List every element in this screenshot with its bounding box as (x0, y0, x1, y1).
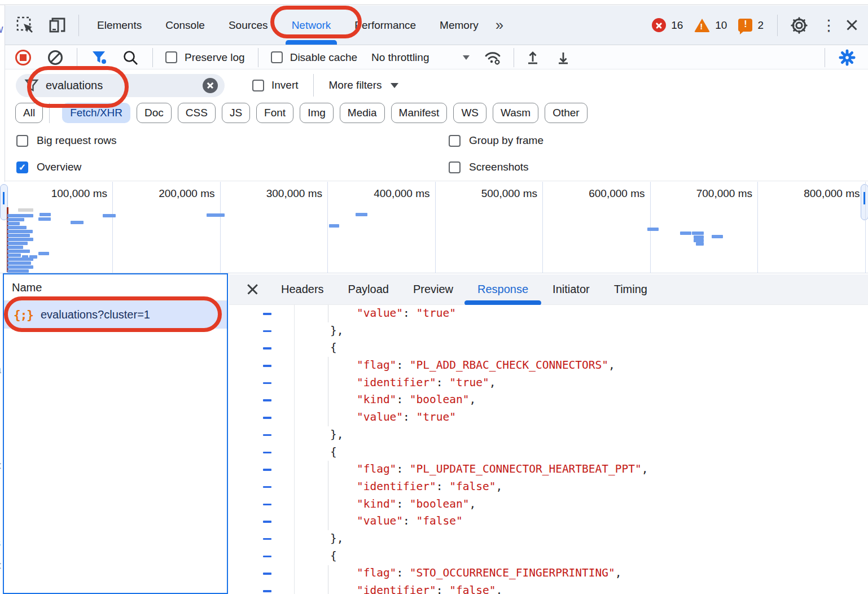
chip-doc[interactable]: Doc (137, 103, 172, 123)
timeline-gridline (112, 182, 113, 273)
chip-js[interactable]: JS (222, 103, 250, 123)
code-text: "flag": "PL_UPDATE_CONNECTOR_HEARTBEAT_P… (295, 461, 648, 478)
network-options: Big request rows Group by frame Overview… (5, 125, 868, 181)
code-text: { (295, 548, 337, 565)
preserve-log-checkbox[interactable] (165, 51, 177, 63)
more-tabs-icon[interactable]: ›› (496, 16, 502, 34)
response-code-line: { (229, 444, 868, 461)
chip-all[interactable]: All (15, 103, 43, 123)
clear-filter-icon[interactable] (203, 78, 218, 93)
detail-tab-response[interactable]: Response (477, 274, 528, 304)
inspect-element-icon[interactable] (16, 16, 35, 35)
network-settings-gear-icon[interactable] (838, 48, 857, 67)
network-toolbar: Preserve log Disable cache No throttling (5, 46, 868, 69)
code-text: "value": "true" (295, 409, 456, 426)
chip-media[interactable]: Media (340, 103, 385, 123)
wrapped-line-marker (263, 538, 271, 540)
record-network-log-icon[interactable] (15, 50, 31, 65)
more-filters-caret-icon[interactable] (391, 83, 398, 88)
export-har-icon[interactable] (555, 49, 572, 66)
tab-console[interactable]: Console (165, 6, 205, 45)
detail-tab-preview[interactable]: Preview (413, 274, 453, 304)
network-conditions-icon[interactable] (482, 49, 503, 67)
request-row-evaluations[interactable]: {;} evaluations?cluster=1 (4, 301, 227, 329)
timeline-request-bar (329, 224, 339, 228)
timeline-request-bar (71, 221, 84, 224)
network-overview-timeline[interactable]: 100,000 ms200,000 ms300,000 ms400,000 ms… (0, 182, 868, 273)
timeline-request-bar (7, 230, 33, 233)
disable-cache-checkbox[interactable] (271, 51, 283, 63)
response-code-line: "flag": "PL_UPDATE_CONNECTOR_HEARTBEAT_P… (229, 461, 868, 478)
chip-ws[interactable]: WS (453, 103, 486, 123)
kebab-menu-icon[interactable]: ⋮ (821, 16, 836, 34)
throttling-select[interactable]: No throttling (371, 51, 429, 64)
chip-fetch-xhr[interactable]: Fetch/XHR (62, 103, 130, 123)
chip-other[interactable]: Other (545, 103, 588, 123)
filter-funnel-icon[interactable] (90, 49, 108, 66)
wrapped-line-marker (263, 590, 271, 592)
overview-right-handle[interactable] (861, 184, 868, 220)
timeline-request-bar (7, 242, 28, 245)
wrapped-line-marker (263, 365, 271, 367)
response-code-line: "identifier": "false", (229, 582, 868, 594)
warning-badge-icon[interactable] (694, 19, 710, 32)
detail-tab-initiator[interactable]: Initiator (553, 274, 590, 304)
import-har-icon[interactable] (524, 49, 541, 66)
response-content[interactable]: "value": "true" }, { "flag": "PL_ADD_RBA… (229, 305, 868, 594)
tab-network[interactable]: Network (292, 6, 331, 45)
wrapped-line-marker (263, 573, 271, 575)
search-icon[interactable] (122, 49, 139, 66)
error-badge-icon[interactable] (652, 18, 666, 32)
close-devtools-icon[interactable] (844, 18, 860, 33)
more-filters-button[interactable]: More filters (329, 79, 382, 91)
group-by-frame-checkbox[interactable] (449, 135, 461, 147)
detail-tab-headers[interactable]: Headers (281, 274, 324, 304)
settings-gear-icon[interactable] (789, 15, 809, 36)
response-code-line: { (229, 548, 868, 565)
filter-input-value[interactable]: evaluations (46, 79, 203, 92)
wrapped-line-marker (263, 330, 271, 333)
screenshots-checkbox[interactable] (449, 161, 461, 173)
detail-tab-payload[interactable]: Payload (348, 274, 389, 304)
big-request-rows-checkbox[interactable] (16, 135, 28, 147)
indent-guide (328, 461, 328, 530)
chip-font[interactable]: Font (256, 103, 293, 123)
chip-wasm[interactable]: Wasm (493, 103, 538, 123)
timeline-request-bar (7, 234, 30, 237)
timeline-tick-label: 400,000 ms (374, 187, 429, 200)
disable-cache-label: Disable cache (290, 51, 357, 64)
issues-badge-icon[interactable] (738, 19, 752, 32)
timeline-tick-label: 500,000 ms (481, 187, 537, 200)
code-text: "identifier": "false", (295, 582, 502, 594)
code-text: { (295, 444, 337, 461)
clear-network-log-icon[interactable] (47, 49, 64, 66)
annotation-circle-network-tab (270, 6, 362, 38)
chip-manifest[interactable]: Manifest (391, 103, 448, 123)
detail-tab-timing[interactable]: Timing (614, 274, 647, 304)
chip-css[interactable]: CSS (178, 103, 216, 123)
chip-img[interactable]: Img (300, 103, 334, 123)
toolbar-divider (313, 74, 314, 97)
timeline-request-bar (22, 255, 28, 259)
code-text: }, (295, 426, 343, 444)
timeline-tick-label: 700,000 ms (696, 187, 752, 200)
code-text: "identifier": "true", (295, 374, 496, 392)
tab-memory[interactable]: Memory (440, 6, 479, 45)
name-column-header[interactable]: Name (4, 274, 227, 301)
wrapped-line-marker (263, 313, 271, 315)
timeline-tick-label: 200,000 ms (159, 187, 214, 200)
tab-elements[interactable]: Elements (97, 6, 142, 45)
close-details-icon[interactable] (245, 282, 261, 298)
toolbar-divider (258, 48, 258, 67)
toolbar-divider (152, 48, 153, 67)
filter-input[interactable]: evaluations (16, 74, 225, 97)
throttling-caret-icon[interactable] (463, 55, 470, 60)
tab-performance[interactable]: Performance (354, 6, 416, 45)
timeline-gridline (220, 182, 221, 273)
device-toolbar-icon[interactable] (47, 16, 68, 34)
tab-sources[interactable]: Sources (229, 6, 268, 45)
overview-checkbox[interactable] (16, 161, 28, 173)
invert-checkbox[interactable] (252, 80, 264, 91)
json-braces-icon: {;} (14, 308, 33, 322)
code-text: "flag": "PL_ADD_RBAC_CHECK_CONNECTORS", (295, 357, 615, 374)
